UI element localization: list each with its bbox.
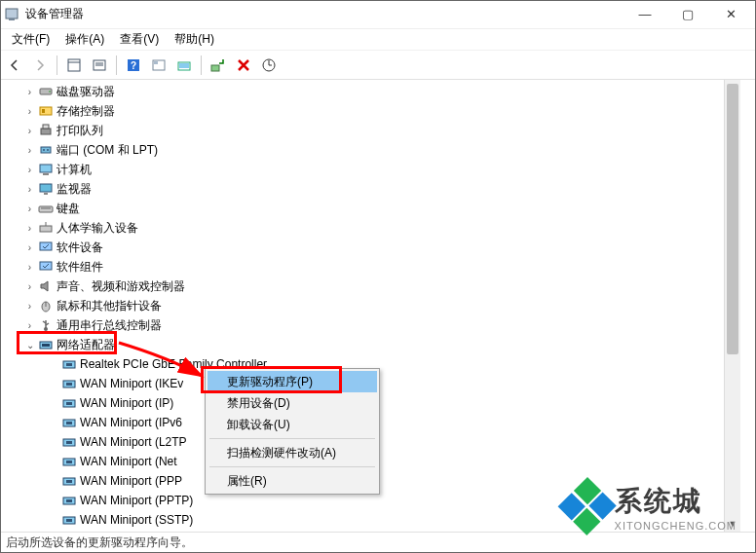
maximize-button[interactable]: ▢ (666, 1, 709, 28)
svg-rect-32 (40, 242, 52, 250)
device-icon (38, 84, 54, 99)
window-title: 设备管理器 (25, 6, 624, 22)
svg-text:?: ? (131, 60, 136, 71)
menu-file[interactable]: 文件(F) (4, 29, 57, 50)
tree-node[interactable]: WAN Miniport (IP) (6, 393, 756, 413)
expander-icon[interactable]: › (23, 222, 36, 235)
expander-icon[interactable]: ⌄ (23, 339, 36, 351)
tree-node[interactable]: WAN Miniport (L2TP (6, 432, 756, 452)
expander-icon[interactable]: › (23, 280, 36, 293)
tree-node[interactable]: ›声音、视频和游戏控制器 (6, 276, 756, 296)
tree-node-label: 计算机 (57, 162, 92, 178)
svg-rect-55 (66, 499, 72, 502)
tree-node[interactable]: WAN Miniport (PPTP) (6, 491, 756, 510)
device-icon (38, 181, 54, 197)
enable-device-button[interactable] (208, 55, 229, 76)
vertical-scrollbar[interactable]: ▲ ▼ (724, 80, 740, 532)
scrollbar-thumb[interactable] (727, 84, 738, 354)
forward-button[interactable] (29, 55, 51, 76)
svg-rect-21 (41, 147, 51, 153)
tree-node[interactable]: ›存储控制器 (6, 101, 756, 121)
tree-node[interactable]: ›人体学输入设备 (6, 218, 756, 238)
tree-node[interactable]: WAN Miniport (IKEv (6, 374, 756, 393)
device-icon (38, 123, 54, 138)
tree-node[interactable]: ›打印队列 (6, 121, 756, 140)
tree-node[interactable]: WAN Miniport (IPv6 (6, 413, 756, 432)
tree-node[interactable]: ›监视器 (6, 179, 756, 199)
device-icon (38, 298, 54, 313)
uninstall-device-button[interactable] (233, 55, 254, 76)
minimize-button[interactable]: — (624, 1, 666, 28)
ctx-separator (209, 438, 375, 439)
device-icon (61, 473, 77, 489)
tree-node[interactable]: ›计算机 (6, 160, 756, 179)
action-button[interactable] (148, 55, 170, 76)
tree-node[interactable]: ›端口 (COM 和 LPT) (6, 140, 756, 160)
tree-node-label: 磁盘驱动器 (57, 84, 115, 100)
tree-node[interactable]: ›通用串行总线控制器 (6, 315, 756, 335)
tree-node-label: WAN Miniport (L2TP (80, 435, 187, 449)
expander-icon[interactable]: › (23, 203, 36, 215)
menubar: 文件(F) 操作(A) 查看(V) 帮助(H) (0, 29, 756, 51)
expander-icon[interactable]: › (23, 241, 36, 254)
tree-node[interactable]: ›键盘 (6, 199, 756, 218)
tree-node[interactable]: ›鼠标和其他指针设备 (6, 296, 756, 315)
update-driver-button[interactable] (173, 55, 195, 76)
menu-view[interactable]: 查看(V) (112, 29, 167, 50)
properties-button[interactable] (89, 55, 110, 76)
ctx-uninstall-device[interactable]: 卸载设备(U) (208, 414, 377, 435)
ctx-properties[interactable]: 属性(R) (208, 470, 377, 492)
close-button[interactable]: ✕ (709, 1, 752, 28)
menu-action[interactable]: 操作(A) (57, 29, 112, 50)
ctx-scan-hardware[interactable]: 扫描检测硬件改动(A) (208, 442, 377, 463)
svg-rect-51 (66, 461, 72, 463)
expander-icon[interactable]: › (23, 319, 36, 332)
expander-icon[interactable]: › (23, 125, 36, 137)
svg-rect-45 (66, 402, 72, 405)
device-icon (38, 103, 54, 119)
expander-icon[interactable]: › (23, 164, 36, 176)
tree-node[interactable]: ⌄网络适配器 (6, 335, 756, 354)
show-hide-tree-button[interactable] (63, 55, 85, 76)
ctx-disable-device[interactable]: 禁用设备(D) (208, 392, 377, 414)
tree-node-label: WAN Miniport (SSTP) (80, 513, 193, 527)
tree-node[interactable]: ›软件设备 (6, 238, 756, 257)
toolbar: ? (0, 51, 756, 80)
device-icon (38, 337, 54, 352)
menu-help[interactable]: 帮助(H) (167, 29, 222, 50)
device-icon (38, 240, 54, 255)
device-icon (61, 493, 77, 508)
tree-node-label: 端口 (COM 和 LPT) (57, 142, 158, 159)
tree-node[interactable]: ›软件组件 (6, 257, 756, 276)
device-icon (38, 317, 54, 333)
svg-point-22 (43, 149, 45, 151)
device-icon (38, 278, 54, 294)
expander-icon[interactable]: › (23, 144, 36, 157)
expander-icon[interactable]: › (23, 105, 36, 118)
scroll-down-arrow[interactable]: ▼ (725, 515, 740, 532)
tree-node[interactable]: WAN Miniport (PPP (6, 471, 756, 491)
back-button[interactable] (4, 55, 25, 76)
tree-node[interactable]: WAN Miniport (Net (6, 452, 756, 471)
tree-node[interactable]: WAN Miniport (SSTP) (6, 510, 756, 530)
tree-node[interactable]: Realtek PCIe GbE Family Controller (6, 354, 756, 374)
tree-node[interactable]: ›磁盘驱动器 (6, 82, 756, 101)
statusbar: 启动所选设备的更新驱动程序向导。 (0, 532, 756, 553)
scan-hardware-button[interactable] (258, 55, 280, 76)
context-menu: 更新驱动程序(P) 禁用设备(D) 卸载设备(U) 扫描检测硬件改动(A) 属性… (205, 368, 380, 495)
svg-rect-18 (42, 109, 45, 113)
svg-rect-0 (6, 9, 18, 18)
help-button[interactable]: ? (123, 55, 144, 76)
expander-icon[interactable]: › (23, 300, 36, 313)
ctx-update-driver[interactable]: 更新驱动程序(P) (208, 371, 377, 392)
expander-icon[interactable]: › (23, 86, 36, 98)
svg-rect-1 (9, 18, 15, 20)
svg-rect-17 (40, 107, 52, 115)
svg-rect-33 (40, 262, 52, 270)
tree-node-label: 网络适配器 (57, 337, 115, 353)
expander-icon[interactable]: › (23, 261, 36, 274)
tree-node-label: 软件组件 (57, 259, 103, 276)
expander-icon[interactable]: › (23, 183, 36, 196)
svg-rect-53 (66, 480, 72, 483)
device-icon (61, 415, 77, 430)
